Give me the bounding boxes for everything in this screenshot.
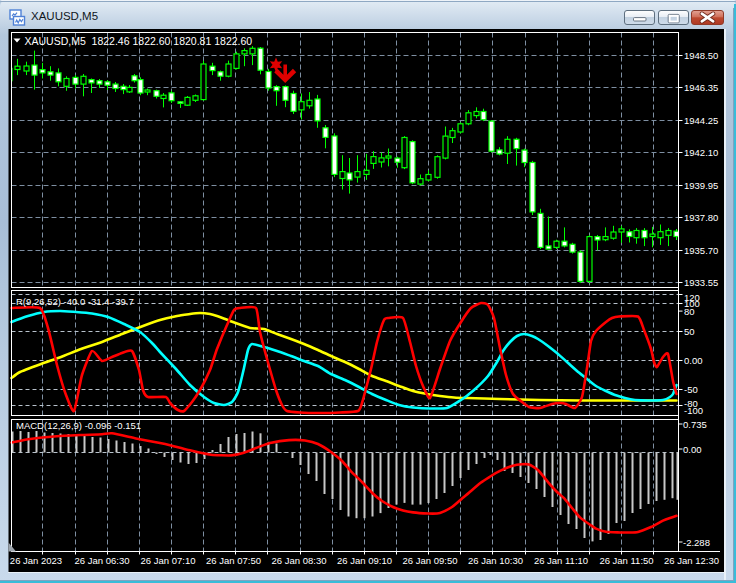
svg-text:80: 80 bbox=[684, 306, 695, 317]
svg-text:-2.288: -2.288 bbox=[683, 537, 710, 548]
svg-text:1933.55: 1933.55 bbox=[684, 277, 718, 288]
svg-text:1942.10: 1942.10 bbox=[684, 147, 718, 158]
svg-text:1948.50: 1948.50 bbox=[684, 50, 718, 61]
svg-text:26 Jan 2023: 26 Jan 2023 bbox=[10, 555, 62, 566]
svg-text:26 Jan 06:30: 26 Jan 06:30 bbox=[75, 555, 130, 566]
svg-text:26 Jan 07:10: 26 Jan 07:10 bbox=[141, 555, 196, 566]
svg-text:26 Jan 11:10: 26 Jan 11:10 bbox=[534, 555, 588, 566]
svg-text:XAUUSD,M5 1822.46 1822.60 182: XAUUSD,M5 1822.46 1822.60 1820.81 1822.6… bbox=[25, 35, 253, 47]
svg-text:R(9,26,52) -40.0 -31.4 -39.7: R(9,26,52) -40.0 -31.4 -39.7 bbox=[16, 296, 134, 307]
svg-text:1939.95: 1939.95 bbox=[684, 180, 718, 191]
svg-text:26 Jan 09:10: 26 Jan 09:10 bbox=[337, 555, 392, 566]
svg-text:26 Jan 12:30: 26 Jan 12:30 bbox=[664, 555, 719, 566]
svg-text:-50: -50 bbox=[684, 384, 698, 395]
svg-text:1944.25: 1944.25 bbox=[684, 115, 718, 126]
svg-text:26 Jan 10:30: 26 Jan 10:30 bbox=[468, 555, 523, 566]
svg-text:0.00: 0.00 bbox=[683, 444, 702, 455]
svg-text:1937.80: 1937.80 bbox=[684, 212, 718, 223]
svg-text:MACD(12,26,9) -0.096 -0.151: MACD(12,26,9) -0.096 -0.151 bbox=[16, 420, 141, 431]
svg-text:0.735: 0.735 bbox=[683, 419, 707, 430]
svg-text:1935.70: 1935.70 bbox=[684, 245, 718, 256]
svg-text:26 Jan 07:50: 26 Jan 07:50 bbox=[206, 555, 261, 566]
svg-text:26 Jan 08:30: 26 Jan 08:30 bbox=[272, 555, 327, 566]
svg-text:26 Jan 11:50: 26 Jan 11:50 bbox=[599, 555, 653, 566]
svg-text:-100: -100 bbox=[684, 405, 703, 416]
svg-text:26 Jan 09:50: 26 Jan 09:50 bbox=[403, 555, 458, 566]
svg-text:50: 50 bbox=[684, 326, 695, 337]
svg-text:0.00: 0.00 bbox=[684, 355, 703, 366]
svg-text:1946.35: 1946.35 bbox=[684, 82, 718, 93]
